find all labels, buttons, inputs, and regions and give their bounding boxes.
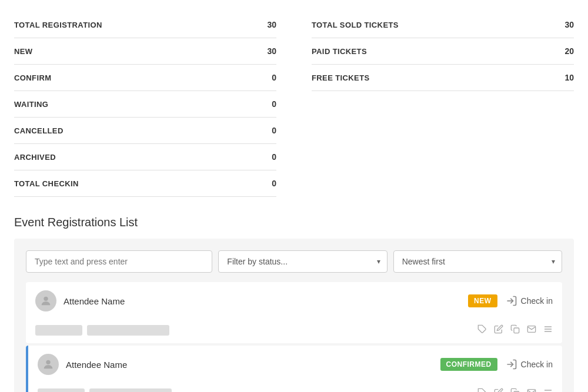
email-action-icon[interactable]	[527, 324, 536, 336]
filter-status-wrapper: Filter by status... ▾	[218, 250, 387, 273]
stat-row: PAID TICKETS 20	[312, 38, 574, 65]
attendee-tags	[35, 325, 169, 336]
stat-row: TOTAL REGISTRATION 30	[14, 12, 276, 38]
attendee-left: Attendee Name	[38, 354, 127, 375]
tag-pill	[35, 325, 82, 336]
attendee-name: Attendee Name	[66, 360, 127, 370]
stats-right-column: TOTAL SOLD TICKETS 30 PAID TICKETS 20 FR…	[312, 12, 574, 197]
attendee-left: Attendee Name	[35, 290, 125, 311]
checkin-button[interactable]: Check in	[506, 359, 553, 370]
stat-row: CONFIRM 0	[14, 65, 276, 91]
stat-row: WAITING 0	[14, 91, 276, 118]
attendee-footer	[28, 383, 562, 392]
avatar	[35, 290, 56, 311]
stat-value: 0	[272, 126, 276, 135]
copy-action-icon[interactable]	[510, 388, 520, 392]
checkin-label: Check in	[521, 360, 553, 369]
menu-action-icon[interactable]	[543, 388, 553, 392]
attendee-header: Attendee Name CONFIRMED Check in	[28, 346, 562, 383]
stat-label: TOTAL SOLD TICKETS	[312, 21, 399, 29]
checkin-label: Check in	[521, 296, 553, 306]
tag-action-icon[interactable]	[477, 324, 487, 336]
tag-pill-long	[87, 325, 169, 336]
stat-value: 0	[272, 152, 276, 162]
search-input[interactable]	[26, 250, 212, 273]
attendee-card: Attendee Name CONFIRMED Check in	[26, 346, 562, 392]
attendee-name: Attendee Name	[64, 296, 125, 306]
attendee-right: NEW Check in	[468, 294, 553, 307]
stat-row: FREE TICKETS 10	[312, 65, 574, 91]
status-badge: NEW	[468, 294, 497, 307]
attendee-header: Attendee Name NEW Check in	[26, 282, 562, 320]
attendee-actions	[477, 324, 553, 336]
stat-label: ARCHIVED	[14, 153, 56, 162]
tag-pill-long	[89, 388, 172, 392]
sort-wrapper: Newest firstOldest firstName A-ZName Z-A…	[393, 250, 562, 273]
filter-status-select[interactable]: Filter by status...	[218, 250, 387, 273]
svg-point-7	[46, 360, 50, 364]
stat-value: 30	[267, 20, 276, 29]
stat-label: FREE TICKETS	[312, 73, 370, 82]
stat-value: 30	[267, 46, 276, 56]
sort-select[interactable]: Newest firstOldest firstName A-ZName Z-A	[393, 250, 562, 273]
registrations-container: Filter by status... ▾ Newest firstOldest…	[14, 239, 574, 392]
stat-value: 30	[564, 20, 574, 29]
stat-row: NEW 30	[14, 38, 276, 65]
checkin-icon	[506, 295, 517, 307]
stat-value: 0	[272, 73, 276, 82]
copy-action-icon[interactable]	[510, 324, 520, 336]
edit-action-icon[interactable]	[494, 388, 503, 392]
menu-action-icon[interactable]	[543, 324, 553, 336]
svg-point-0	[44, 297, 48, 301]
stat-label: CANCELLED	[14, 126, 64, 135]
status-badge: CONFIRMED	[440, 358, 497, 371]
stat-value: 20	[564, 46, 574, 56]
stat-label: TOTAL REGISTRATION	[14, 21, 102, 29]
filters-row: Filter by status... ▾ Newest firstOldest…	[26, 250, 562, 273]
stat-value: 10	[564, 73, 574, 82]
attendee-card: Attendee Name NEW Check in	[26, 282, 562, 343]
attendee-footer	[26, 320, 562, 343]
attendee-tags	[38, 388, 172, 392]
attendees-list: Attendee Name NEW Check in	[26, 282, 562, 392]
stat-row: ARCHIVED 0	[14, 144, 276, 170]
stat-row: TOTAL SOLD TICKETS 30	[312, 12, 574, 38]
tag-pill	[38, 388, 85, 392]
stat-label: CONFIRM	[14, 73, 51, 82]
checkin-button[interactable]: Check in	[506, 295, 553, 307]
attendee-right: CONFIRMED Check in	[440, 358, 553, 371]
checkin-icon	[506, 359, 517, 370]
email-action-icon[interactable]	[527, 388, 536, 392]
stats-grid: TOTAL REGISTRATION 30 NEW 30 CONFIRM 0 W…	[14, 12, 574, 197]
tag-action-icon[interactable]	[477, 388, 487, 392]
avatar	[38, 354, 59, 375]
section-title: Event Registrations List	[14, 216, 574, 229]
stat-row: TOTAL CHECKIN 0	[14, 170, 276, 197]
edit-action-icon[interactable]	[494, 324, 503, 336]
stat-label: PAID TICKETS	[312, 47, 367, 56]
stat-value: 0	[272, 179, 276, 188]
stat-value: 0	[272, 99, 276, 109]
stat-label: WAITING	[14, 100, 48, 109]
svg-rect-3	[514, 328, 519, 333]
attendee-actions	[477, 388, 553, 392]
stat-row: CANCELLED 0	[14, 118, 276, 144]
stat-label: TOTAL CHECKIN	[14, 179, 79, 188]
stat-label: NEW	[14, 47, 33, 56]
stats-left-column: TOTAL REGISTRATION 30 NEW 30 CONFIRM 0 W…	[14, 12, 276, 197]
